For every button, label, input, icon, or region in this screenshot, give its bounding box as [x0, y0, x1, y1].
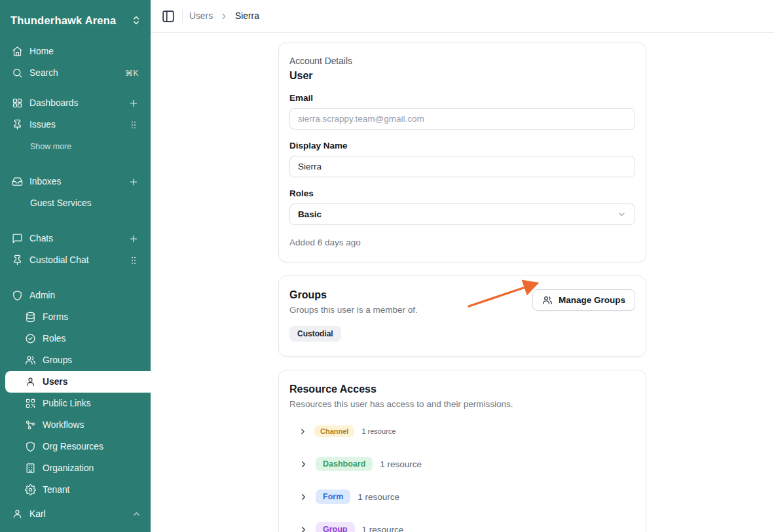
- sidebar-item-label: Groups: [43, 355, 144, 365]
- workspace-title: Thunderhawk Arena: [10, 14, 116, 27]
- keyboard-shortcut: ⌘K: [125, 69, 139, 78]
- resource-type-badge: Form: [316, 489, 350, 504]
- chevron-right-icon[interactable]: [299, 427, 307, 436]
- sidebar-item-label: Inboxes: [29, 177, 122, 186]
- database-icon: [25, 311, 36, 323]
- account-card-title: User: [289, 70, 635, 82]
- sidebar-item-public-links[interactable]: Public Links: [5, 393, 151, 414]
- sidebar-nav: HomeSearch⌘KDashboardsIssuesShow moreInb…: [0, 35, 151, 499]
- sidebar-item-label: Home: [29, 46, 144, 56]
- resource-count: 1 resource: [362, 525, 404, 532]
- sidebar-item-issues[interactable]: Issues: [5, 114, 151, 135]
- sidebar-toggle-icon[interactable]: [161, 9, 175, 24]
- sidebar-item-show-more[interactable]: Show more: [5, 135, 151, 157]
- email-field-group: Email: [289, 93, 635, 130]
- email-input[interactable]: [289, 108, 635, 130]
- plus-icon[interactable]: [128, 177, 139, 187]
- resource-type-badge: Group: [316, 522, 355, 532]
- sidebar-item-home[interactable]: Home: [5, 41, 151, 62]
- sidebar-item-label: Organization: [43, 463, 144, 473]
- sidebar-user-name: Karl: [29, 509, 125, 519]
- email-label: Email: [289, 93, 635, 103]
- resource-access-card: Resource Access Resources this user has …: [278, 370, 646, 532]
- display-name-input[interactable]: [289, 156, 635, 177]
- sidebar-item-admin[interactable]: Admin: [5, 285, 151, 306]
- sidebar-item-label: Dashboards: [29, 98, 122, 108]
- sidebar-item-forms[interactable]: Forms: [5, 306, 151, 328]
- sidebar-item-org-resources[interactable]: Org Resources: [5, 436, 151, 457]
- plus-icon[interactable]: [128, 98, 139, 109]
- sidebar-item-dashboards[interactable]: Dashboards: [5, 92, 151, 114]
- sidebar-item-label: Custodial Chat: [29, 255, 122, 265]
- grip-icon[interactable]: [128, 120, 139, 130]
- user-icon: [25, 376, 36, 387]
- sidebar-item-organization[interactable]: Organization: [5, 457, 151, 479]
- sidebar-item-users[interactable]: Users: [5, 371, 151, 393]
- groups-card: Groups Groups this user is a member of. …: [278, 275, 646, 357]
- resource-type-badge: Channel: [314, 425, 354, 437]
- sidebar-item-groups[interactable]: Groups: [5, 349, 151, 371]
- breadcrumb-current: Sierra: [235, 11, 259, 21]
- resource-row-group[interactable]: Group1 resource: [299, 522, 635, 532]
- breadcrumb: Users Sierra: [189, 11, 259, 21]
- chevron-right-icon[interactable]: [299, 525, 308, 532]
- sidebar-item-workflows[interactable]: Workflows: [5, 414, 151, 436]
- sidebar-item-search[interactable]: Search⌘K: [5, 62, 151, 84]
- sidebar-item-roles[interactable]: Roles: [5, 328, 151, 349]
- manage-groups-button[interactable]: Manage Groups: [532, 289, 635, 311]
- sidebar-item-label: Tenant: [43, 485, 144, 495]
- display-name-field-group: Display Name: [289, 141, 635, 177]
- chevron-right-icon[interactable]: [299, 492, 308, 502]
- manage-groups-button-label: Manage Groups: [559, 295, 625, 305]
- resource-count: 1 resource: [361, 427, 396, 435]
- chevrons-up-down-icon[interactable]: [131, 15, 141, 26]
- resource-row-dashboard[interactable]: Dashboard1 resource: [299, 456, 635, 472]
- home-icon: [12, 46, 23, 57]
- workflow-icon: [25, 419, 36, 431]
- roles-select[interactable]: Basic: [289, 204, 635, 225]
- sidebar-item-label: Issues: [29, 120, 122, 130]
- resource-access-list: Channel1 resourceDashboard1 resourceForm…: [289, 423, 635, 532]
- chevron-right-icon: [219, 12, 229, 21]
- sidebar-item-label: Forms: [43, 312, 144, 322]
- sidebar-item-label: Users: [43, 377, 144, 387]
- sidebar-user-menu[interactable]: Karl: [0, 499, 151, 528]
- resource-count: 1 resource: [358, 492, 399, 502]
- sidebar-item-label: Workflows: [43, 420, 144, 430]
- chevron-up-icon: [132, 509, 141, 519]
- sidebar-item-tenant[interactable]: Tenant: [5, 479, 151, 499]
- chevron-right-icon[interactable]: [299, 459, 308, 469]
- group-membership-badge: Custodial: [289, 326, 341, 342]
- sidebar-item-inboxes[interactable]: Inboxes: [5, 171, 151, 192]
- account-section-label: Account Details: [289, 56, 635, 66]
- resource-count: 1 resource: [380, 459, 422, 469]
- sidebar-item-label: Org Resources: [43, 442, 144, 452]
- sidebar-group: InboxesGuest Services: [0, 171, 151, 214]
- sidebar-group: ChatsCustodial Chat: [0, 228, 151, 271]
- gear-icon: [25, 484, 36, 495]
- sidebar-item-guest-services[interactable]: Guest Services: [5, 192, 151, 214]
- resource-access-title: Resource Access: [289, 383, 635, 395]
- shield-icon: [25, 441, 36, 452]
- resource-access-subtitle: Resources this user has access to and th…: [289, 399, 635, 409]
- sidebar-item-chats[interactable]: Chats: [5, 228, 151, 249]
- plus-icon[interactable]: [128, 234, 139, 244]
- sidebar-item-label: Roles: [43, 334, 144, 344]
- users-icon: [542, 295, 553, 306]
- resource-row-channel[interactable]: Channel1 resource: [299, 423, 635, 439]
- sidebar-item-label: Admin: [29, 291, 144, 300]
- resource-type-badge: Dashboard: [316, 457, 373, 471]
- grip-icon[interactable]: [128, 255, 139, 266]
- qr-code-icon: [25, 398, 36, 409]
- content-scroll[interactable]: Account Details User Email Display Name …: [151, 33, 774, 532]
- building-icon: [25, 463, 36, 474]
- chevron-down-icon: [617, 209, 627, 219]
- breadcrumb-users-link[interactable]: Users: [189, 11, 213, 21]
- topbar-divider: [182, 10, 183, 23]
- sidebar-item-custodial-chat[interactable]: Custodial Chat: [5, 249, 151, 271]
- resource-row-form[interactable]: Form1 resource: [299, 489, 635, 505]
- sidebar-group: DashboardsIssuesShow more: [0, 92, 151, 157]
- workspace-switcher[interactable]: Thunderhawk Arena: [0, 0, 151, 35]
- shield-icon: [12, 290, 23, 301]
- sidebar-item-label: Public Links: [43, 399, 144, 408]
